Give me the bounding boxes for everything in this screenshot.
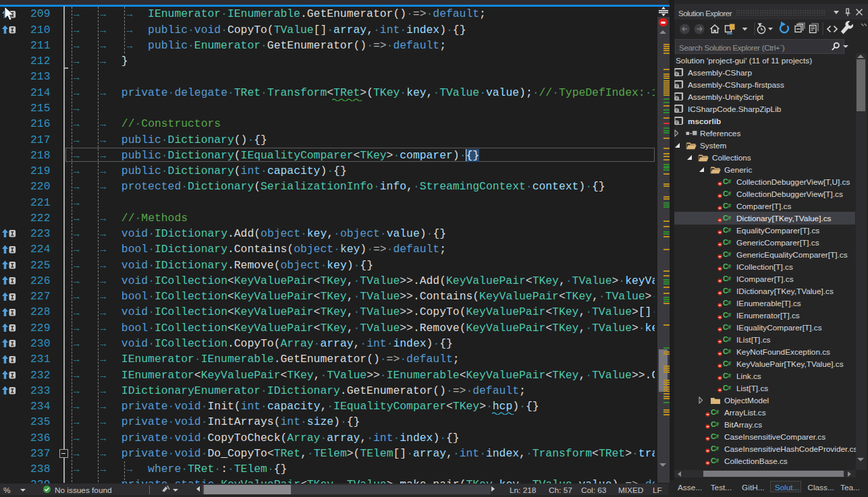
svg-text:#: # — [728, 251, 732, 258]
svg-text:#: # — [716, 445, 720, 452]
svg-text:#: # — [728, 348, 732, 355]
svg-text:#: # — [728, 214, 732, 221]
svg-text:#: # — [728, 384, 732, 391]
svg-text:#: # — [728, 227, 732, 233]
svg-text:#: # — [728, 202, 732, 209]
svg-text:#: # — [716, 457, 720, 464]
svg-text:#: # — [728, 324, 732, 330]
svg-text:#: # — [728, 360, 732, 367]
svg-text:#: # — [728, 299, 732, 306]
svg-text:#: # — [716, 409, 720, 415]
svg-text:#: # — [728, 239, 732, 245]
svg-text:#: # — [728, 336, 732, 343]
svg-text:#: # — [728, 190, 732, 197]
svg-text:#: # — [676, 96, 678, 100]
svg-text:#: # — [728, 287, 732, 294]
svg-text:#: # — [716, 421, 720, 428]
svg-text:#: # — [728, 372, 732, 379]
svg-text:#: # — [676, 108, 678, 113]
svg-text:#: # — [716, 433, 720, 440]
svg-text:#: # — [676, 120, 678, 125]
svg-text:#: # — [728, 275, 732, 282]
svg-text:#: # — [728, 263, 732, 270]
svg-text:#: # — [728, 178, 732, 185]
svg-text:#: # — [676, 71, 678, 76]
svg-text:#: # — [676, 84, 678, 88]
svg-text:#: # — [728, 312, 732, 318]
